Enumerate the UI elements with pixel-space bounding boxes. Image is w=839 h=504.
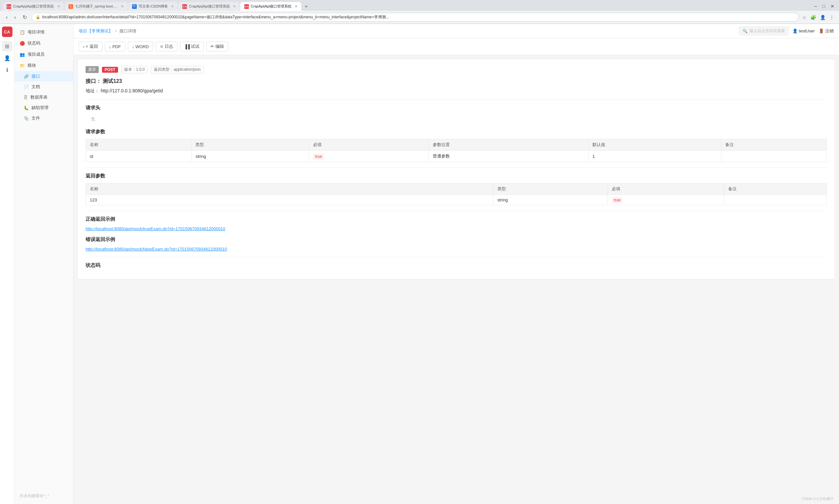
ret-col-type: 类型 [493,183,608,195]
request-headers-title: 请求头 [86,105,827,111]
param-default-0: 1 [588,151,721,162]
refresh-button[interactable]: ↻ [21,14,29,21]
interface-detail-card: 废弃 POST 版本：1.0.0 返回类型：application/json 接… [78,59,835,280]
breadcrumb-project[interactable]: 项目【李博测试】 [79,28,113,34]
pdf-button[interactable]: ↓ PDF [105,41,125,51]
defect-icon: 🐛 [23,105,29,110]
edit-button[interactable]: ✏ 编辑 [206,41,228,51]
sidebar-item-files[interactable]: 📎 文件 [14,113,73,124]
tab-2-favicon: 七 [69,4,73,9]
status-code-icon: 🔴 [20,41,25,46]
maximize-button[interactable]: □ [821,3,827,10]
sidebar-item-interface[interactable]: 🔗 接口 [14,71,73,82]
sidebar-item-interface-label: 接口 [32,73,40,79]
return-type-badge: 返回类型：application/json [151,66,204,73]
ret-param-name-0: 123 [86,195,493,205]
tab-5[interactable]: CA CrapApi|Api接口管理系统 ✕ [240,2,302,11]
col-default: 默认值 [588,139,721,151]
header-right: 🔍 输入后点击回车搜索 👤 testUser 🚪 注销 [739,26,834,35]
close-window-button[interactable]: ✕ [828,3,836,10]
divider-3 [86,211,827,211]
icon-nav-user[interactable]: 👤 [2,53,13,63]
interface-url-value: http://127.0.0.1:8080/gpa/getid [101,88,163,93]
icon-nav-info[interactable]: ℹ [2,65,13,75]
search-placeholder: 输入后点击回车搜索 [750,28,785,34]
docs-icon: 📄 [23,85,29,89]
sidebar-item-docs[interactable]: 📄 文档 [14,82,73,92]
tab-1[interactable]: CA CrapApi|Api接口管理系统 ✕ [3,2,64,11]
sidebar-item-members[interactable]: 👥 项目成员 [14,49,73,60]
interface-name-prefix: 接口： [86,78,101,84]
tab-4[interactable]: CA CrapApi|Api接口管理系统 ✕ [178,2,240,11]
tab-2[interactable]: 七 七月吃橘子_spring boot.java... ✕ [65,2,127,11]
ret-param-required-0: true [608,195,724,205]
icon-nav-grid[interactable]: ⊞ [2,41,13,51]
col-name: 名称 [86,139,191,151]
ret-param-remark-0 [724,195,826,205]
tab-3-close[interactable]: ✕ [171,4,174,8]
version-badge: 版本：1.0.0 [121,66,148,73]
address-bar[interactable]: 🔒 localhost:8080/api/admin.do#/user/inte… [32,13,799,22]
members-icon: 👥 [20,52,25,57]
tab-1-close[interactable]: ✕ [57,4,60,8]
error-example-section: 错误返回示例 http://localhost:8080/api/mock/fa… [86,236,827,252]
sidebar-item-project-detail[interactable]: 📋 项目详情 [14,26,73,38]
param-remark-0 [721,151,826,162]
interface-url: 地址： http://127.0.0.1:8080/gpa/getid [86,88,827,94]
new-tab-button[interactable]: + [302,2,310,11]
browser-toolbar: ‹ › ↻ 🔒 localhost:8080/api/admin.do#/use… [0,11,839,24]
param-position-0: 普通参数 [429,151,588,162]
ret-col-remark: 备注 [724,183,826,195]
nav-sidebar: 📋 项目详情 🔴 状态码 👥 项目成员 📁 模块 🔗 接口 📄 文档 [14,24,73,504]
tab-1-label: CrapApi|Api接口管理系统 [13,4,54,9]
request-headers-no-data: 无 [86,115,827,125]
search-box[interactable]: 🔍 输入后点击回车搜索 [739,26,788,35]
sidebar-item-database[interactable]: 🗄 数据库表 [14,92,73,103]
return-params-header-row: 名称 类型 必填 备注 [86,183,827,195]
lock-icon: 🔒 [36,15,40,19]
return-param-row-0: 123 string true [86,195,827,205]
word-button[interactable]: ↓ WORD [128,41,153,51]
forward-nav-button[interactable]: › [12,14,18,21]
tab-4-label: CrapApi|Api接口管理系统 [189,4,230,9]
tab-3[interactable]: 写 写文章-CSDN博客 ✕ [128,2,178,11]
divider-1 [86,99,827,100]
back-nav-button[interactable]: ‹ [4,14,10,21]
tab-2-label: 七月吃橘子_spring boot.java... [75,4,118,9]
profile-icon[interactable]: 👤 [819,14,826,21]
tab-5-close[interactable]: ✕ [295,4,297,8]
interface-url-prefix: 地址： [86,88,99,93]
success-example-url[interactable]: http://localhost:8080/api/mock/trueExam.… [86,226,225,231]
files-icon: 📎 [23,116,29,121]
test-button[interactable]: ▐▐ 试试 [180,41,204,51]
sidebar-item-database-label: 数据库表 [31,94,48,100]
sidebar-item-project-detail-label: 项目详情 [28,29,45,35]
interface-name: 测试123 [103,78,122,84]
logout-label[interactable]: 注销 [825,28,834,34]
tab-4-close[interactable]: ✕ [233,4,236,8]
logout-icon: 🚪 [819,29,824,33]
success-example-title: 正确返回示例 [86,216,827,222]
log-button[interactable]: ⊙ 日志 [156,41,177,51]
tab-2-close[interactable]: ✕ [121,4,124,8]
error-example-url[interactable]: http://localhost:8080/api/mock/falseExam… [86,247,227,252]
ret-col-name: 名称 [86,183,493,195]
app-logo: CA [2,26,13,37]
back-button[interactable]: ‹ < 返回 [79,41,102,51]
menu-icon[interactable]: ⋮ [828,14,835,21]
ret-param-type-0: string [493,195,608,205]
extensions-icon[interactable]: 🧩 [809,14,817,21]
col-required: 必填 [309,139,429,151]
col-remark: 备注 [721,139,826,151]
param-type-0: string [191,151,309,162]
sidebar-item-modules[interactable]: 📁 模块 [14,60,73,71]
sidebar-item-status-code[interactable]: 🔴 状态码 [14,38,73,49]
footer-text: CSDN ©七月吃橘子 [802,497,834,501]
minimize-button[interactable]: ─ [812,3,819,10]
username: testUser [799,29,815,33]
database-icon: 🗄 [23,95,28,100]
bookmark-icon[interactable]: ☆ [801,14,807,21]
deprecated-badge: 废弃 [86,66,99,73]
breadcrumb-separator: > [115,29,117,33]
sidebar-item-defect[interactable]: 🐛 缺陷管理 [14,103,73,113]
